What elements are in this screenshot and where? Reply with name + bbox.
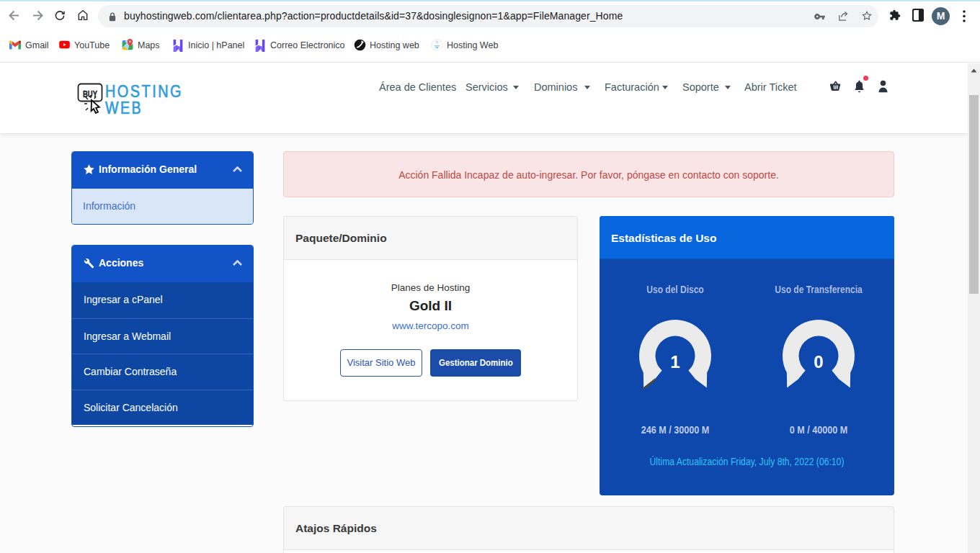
svg-text:1: 1 [670, 352, 680, 372]
svg-text:WEB: WEB [105, 98, 143, 117]
svg-text:0: 0 [814, 352, 823, 372]
